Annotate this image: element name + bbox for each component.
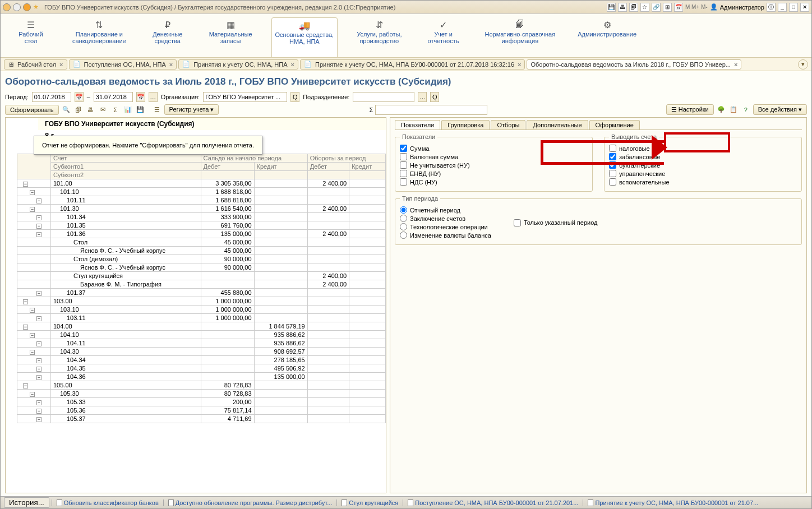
- close-tab-icon[interactable]: ×: [518, 61, 521, 68]
- table-row[interactable]: −101.36135 000,002 400,00: [17, 230, 386, 238]
- period-type-radio[interactable]: Изменение валюты баланса: [400, 232, 491, 239]
- ellipsis-button[interactable]: …: [149, 92, 158, 102]
- table-row[interactable]: −105.3080 728,83: [17, 390, 386, 398]
- period-type-radio[interactable]: Отчетный период: [400, 206, 491, 214]
- tree-toggle[interactable]: −: [30, 308, 35, 313]
- nav-item[interactable]: 🚚Основные средства,НМА, НПА: [271, 17, 338, 57]
- table-row[interactable]: −103.101 000 000,00: [17, 306, 386, 314]
- tree-toggle[interactable]: −: [23, 325, 28, 330]
- tree-toggle[interactable]: −: [36, 291, 41, 296]
- subdiv-input[interactable]: [353, 92, 414, 102]
- minimize-icon[interactable]: _: [778, 3, 787, 12]
- options-tab[interactable]: Показатели: [395, 120, 440, 129]
- doc-icon[interactable]: 🗐: [629, 3, 638, 12]
- status-item[interactable]: Стул крутящийся: [336, 499, 403, 506]
- lookup-icon[interactable]: …: [418, 92, 427, 102]
- close-tab-icon[interactable]: ×: [291, 61, 294, 68]
- table-row[interactable]: Яснов Ф. С. - Учебный корпус90 000,00: [17, 263, 386, 272]
- table-row[interactable]: −104.10935 886,62: [17, 331, 386, 339]
- register-button[interactable]: Регистр учета ▾: [164, 104, 219, 115]
- save-icon[interactable]: 💾: [135, 105, 145, 115]
- tree-toggle[interactable]: −: [30, 392, 35, 397]
- maximize-icon[interactable]: □: [789, 3, 798, 12]
- table-row[interactable]: −104.35495 506,92: [17, 364, 386, 373]
- nav-item[interactable]: ☰Рабочийстол: [8, 17, 53, 57]
- tree-icon[interactable]: 🌳: [716, 105, 726, 115]
- tree-toggle[interactable]: −: [36, 224, 41, 229]
- table-row[interactable]: −101.101 688 818,00: [17, 188, 386, 196]
- status-item[interactable]: Принятие к учету ОС, НМА, НПА БУ00-00000…: [583, 499, 763, 506]
- table-row[interactable]: −101.111 688 818,00: [17, 196, 386, 205]
- options-tab[interactable]: Группировка: [441, 120, 490, 129]
- win-btn[interactable]: [13, 3, 21, 11]
- link-icon[interactable]: 🔗: [652, 3, 661, 12]
- tree-toggle[interactable]: −: [30, 350, 35, 355]
- document-tab[interactable]: 🖥Рабочий стол×: [4, 59, 67, 70]
- status-item[interactable]: Доступно обновление программы. Размер ди…: [163, 499, 337, 506]
- table-row[interactable]: −101.35691 760,00: [17, 221, 386, 230]
- chart-icon[interactable]: 📊: [123, 105, 133, 115]
- table-row[interactable]: −103.111 000 000,00: [17, 314, 386, 322]
- info-icon[interactable]: ⓘ: [767, 3, 776, 12]
- table-row[interactable]: −104.36135 000,00: [17, 373, 386, 381]
- period-type-radio[interactable]: Технологические операции: [400, 223, 491, 230]
- help-icon[interactable]: ?: [741, 105, 751, 115]
- document-tab[interactable]: 📄Принятие к учету ОС, НМА, НПА БУ00-0000…: [300, 59, 525, 70]
- close-tab-icon[interactable]: ×: [59, 61, 63, 68]
- account-checkbox[interactable]: вспомогательные: [609, 178, 797, 186]
- tree-toggle[interactable]: −: [36, 232, 41, 237]
- nav-item[interactable]: ₽Денежныесредства: [145, 17, 190, 57]
- table-row[interactable]: −101.34333 900,00: [17, 213, 386, 221]
- tree-toggle[interactable]: −: [36, 316, 41, 321]
- table-row[interactable]: −105.33200,00: [17, 398, 386, 406]
- org-input[interactable]: [203, 92, 287, 102]
- lookup-icon[interactable]: Q: [290, 92, 299, 102]
- print-icon[interactable]: 🖶: [86, 105, 96, 115]
- tree-toggle[interactable]: −: [23, 383, 28, 388]
- table-row[interactable]: −103.001 000 000,00: [17, 297, 386, 306]
- tree-toggle[interactable]: −: [36, 198, 41, 203]
- period-type-radio[interactable]: Заключение счетов: [400, 215, 491, 222]
- table-row[interactable]: Яснов Ф. С. - Учебный корпус45 000,00: [17, 247, 386, 255]
- table-row[interactable]: −104.34278 185,65: [17, 356, 386, 364]
- tree-toggle[interactable]: −: [30, 333, 35, 338]
- m-group[interactable]: M M+ M-: [685, 4, 708, 10]
- calendar-icon[interactable]: 📅: [75, 92, 84, 102]
- nav-item[interactable]: ⚙Администрирование: [574, 17, 640, 57]
- tree-toggle[interactable]: −: [36, 400, 41, 405]
- indicator-checkbox[interactable]: НДС (НУ): [400, 178, 588, 186]
- star-icon[interactable]: ★: [33, 3, 39, 11]
- sum-icon[interactable]: Σ: [110, 105, 121, 115]
- table-row[interactable]: Стол (демозал)90 000,00: [17, 255, 386, 263]
- options-tab[interactable]: Дополнительные: [527, 120, 588, 129]
- account-checkbox[interactable]: управленческие: [609, 170, 797, 177]
- tree-toggle[interactable]: −: [36, 358, 41, 363]
- table-row[interactable]: −104.30908 692,57: [17, 348, 386, 356]
- tree-toggle[interactable]: −: [30, 190, 35, 195]
- date-from-input[interactable]: [32, 92, 71, 102]
- print-icon[interactable]: 🖶: [618, 3, 627, 12]
- date-to-input[interactable]: [94, 92, 133, 102]
- history-button[interactable]: История...: [4, 497, 49, 508]
- settings-button[interactable]: ☰ Настройки: [666, 104, 714, 115]
- calendar-icon[interactable]: 📅: [674, 3, 683, 12]
- star-icon[interactable]: ☆: [640, 3, 649, 12]
- tree-toggle[interactable]: −: [36, 367, 41, 372]
- table-row[interactable]: Стол45 000,00: [17, 238, 386, 247]
- table-row[interactable]: −105.0080 728,83: [17, 381, 386, 390]
- table-row[interactable]: −105.374 711,69: [17, 415, 386, 423]
- nav-item[interactable]: ✓Учет иотчетность: [421, 17, 465, 57]
- filter-icon[interactable]: 📋: [728, 105, 739, 115]
- table-row[interactable]: −101.003 305 358,002 400,00: [17, 179, 386, 188]
- document-tab[interactable]: Оборотно-сальдовая ведомость за Июль 201…: [527, 59, 741, 70]
- save-icon[interactable]: 💾: [607, 3, 616, 12]
- tree-toggle[interactable]: −: [30, 207, 35, 212]
- nav-item[interactable]: ⇵Услуги, работы,производство: [353, 17, 405, 57]
- tree-toggle[interactable]: −: [36, 375, 41, 380]
- status-item[interactable]: Поступление ОС, НМА, НПА БУ00-000001 от …: [403, 499, 583, 506]
- document-tab[interactable]: 📄Принятия к учету ОС, НМА, НПА×: [178, 59, 298, 70]
- nav-item[interactable]: 🗐Нормативно-справочнаяинформация: [481, 17, 559, 57]
- document-tab[interactable]: 📄Поступления ОС, НМА, НПА×: [69, 59, 177, 70]
- table-row[interactable]: −104.11935 886,62: [17, 339, 386, 348]
- zoom-icon[interactable]: 🔍: [61, 105, 71, 115]
